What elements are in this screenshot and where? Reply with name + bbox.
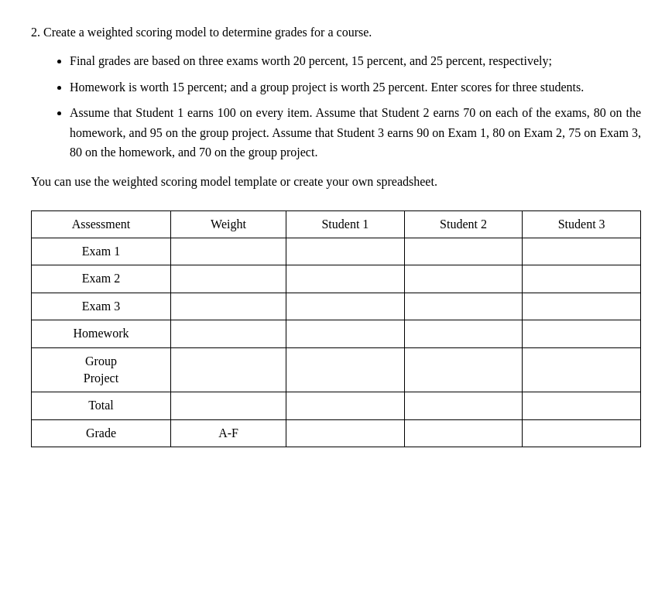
cell-student2-4 bbox=[404, 347, 523, 392]
col-header-weight: Weight bbox=[170, 210, 286, 238]
cell-student3-0 bbox=[523, 238, 641, 265]
cell-student2-1 bbox=[404, 265, 523, 293]
cell-student3-5 bbox=[523, 392, 641, 419]
cell-assessment-0: Exam 1 bbox=[32, 238, 171, 265]
cell-student1-6 bbox=[286, 419, 405, 447]
cell-student1-3 bbox=[286, 320, 405, 347]
cell-weight-5 bbox=[170, 392, 286, 419]
cell-student1-2 bbox=[286, 293, 405, 320]
table-row: GroupProject bbox=[32, 347, 641, 392]
cell-student2-6 bbox=[404, 419, 523, 447]
question-header: 2. Create a weighted scoring model to de… bbox=[31, 23, 641, 42]
table-row: Exam 3 bbox=[32, 293, 641, 320]
cell-weight-3 bbox=[170, 320, 286, 347]
col-header-student1: Student 1 bbox=[286, 210, 405, 238]
bullet-item-1: Final grades are based on three exams wo… bbox=[70, 51, 641, 71]
table-row: Exam 1 bbox=[32, 238, 641, 265]
col-header-student3: Student 3 bbox=[523, 210, 641, 238]
bullet-item-2: Homework is worth 15 percent; and a grou… bbox=[70, 77, 641, 98]
question-number: 2. bbox=[31, 26, 40, 39]
table-row: Homework bbox=[32, 320, 641, 347]
bullet-list: Final grades are based on three exams wo… bbox=[70, 51, 641, 163]
cell-assessment-5: Total bbox=[32, 392, 171, 419]
cell-assessment-6: Grade bbox=[32, 419, 171, 447]
cell-assessment-3: Homework bbox=[32, 320, 171, 347]
cell-student2-0 bbox=[404, 238, 523, 265]
cell-student3-1 bbox=[523, 265, 641, 293]
bullet-item-3: Assume that Student 1 earns 100 on every… bbox=[70, 103, 641, 163]
cell-student1-5 bbox=[286, 392, 405, 419]
cell-student1-1 bbox=[286, 265, 405, 293]
main-content: 2. Create a weighted scoring model to de… bbox=[31, 23, 641, 447]
cell-student2-5 bbox=[404, 392, 523, 419]
cell-student3-4 bbox=[523, 347, 641, 392]
cell-weight-4 bbox=[170, 347, 286, 392]
cell-assessment-4: GroupProject bbox=[32, 347, 171, 392]
cell-assessment-1: Exam 2 bbox=[32, 265, 171, 293]
cell-student3-3 bbox=[523, 320, 641, 347]
cell-student3-2 bbox=[523, 293, 641, 320]
cell-weight-2 bbox=[170, 293, 286, 320]
table-row: Total bbox=[32, 392, 641, 419]
cell-student1-4 bbox=[286, 347, 405, 392]
col-header-assessment: Assessment bbox=[32, 210, 171, 238]
cell-student3-6 bbox=[523, 419, 641, 447]
closing-text: You can use the weighted scoring model t… bbox=[31, 172, 641, 192]
cell-weight-1 bbox=[170, 265, 286, 293]
table-row: GradeA-F bbox=[32, 419, 641, 447]
col-header-student2: Student 2 bbox=[404, 210, 523, 238]
table-header-row: Assessment Weight Student 1 Student 2 St… bbox=[32, 210, 641, 238]
question-text: Create a weighted scoring model to deter… bbox=[43, 26, 372, 39]
grade-table: Assessment Weight Student 1 Student 2 St… bbox=[31, 210, 641, 448]
cell-student1-0 bbox=[286, 238, 405, 265]
cell-assessment-2: Exam 3 bbox=[32, 293, 171, 320]
cell-student2-2 bbox=[404, 293, 523, 320]
cell-weight-6: A-F bbox=[170, 419, 286, 447]
table-row: Exam 2 bbox=[32, 265, 641, 293]
cell-weight-0 bbox=[170, 238, 286, 265]
cell-student2-3 bbox=[404, 320, 523, 347]
